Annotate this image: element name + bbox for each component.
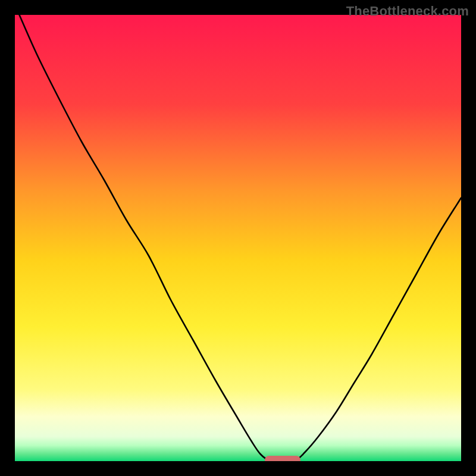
chart-frame: TheBottleneck.com xyxy=(0,0,476,476)
gradient-background xyxy=(15,15,461,461)
bottleneck-chart xyxy=(15,15,461,461)
optimal-marker xyxy=(265,456,300,461)
plot-area xyxy=(15,15,461,461)
watermark-text: TheBottleneck.com xyxy=(346,4,469,19)
